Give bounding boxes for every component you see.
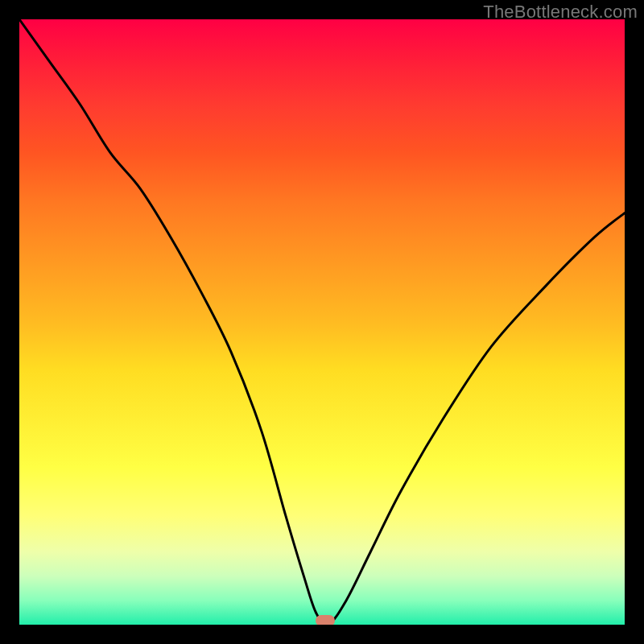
plot-area <box>19 19 625 625</box>
optimal-marker <box>316 615 335 625</box>
bottleneck-curve <box>19 19 625 625</box>
watermark-text: TheBottleneck.com <box>483 2 638 23</box>
